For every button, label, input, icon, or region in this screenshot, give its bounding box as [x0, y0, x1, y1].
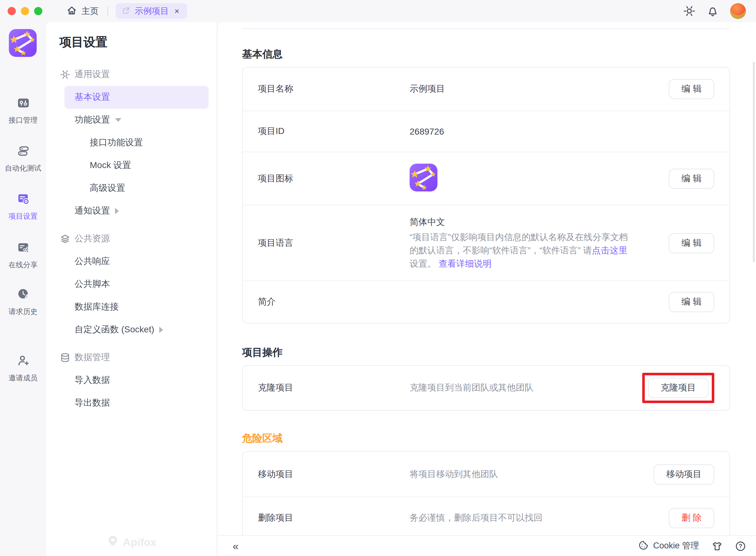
menu-item-feature-settings[interactable]: 功能设置 [46, 109, 217, 131]
home-icon [66, 5, 77, 18]
rail-item-automated-testing[interactable]: 自动化测试 [0, 144, 46, 173]
menu-item-shared-scripts[interactable]: 公共脚本 [46, 273, 217, 296]
delete-project-label: 删除项目 [258, 512, 409, 524]
tab-sample-project[interactable]: 示例项目 × [116, 3, 187, 19]
notifications-bell-icon[interactable] [707, 5, 719, 17]
tab-close-icon[interactable]: × [173, 6, 180, 16]
menu-item-database-connections[interactable]: 数据库连接 [46, 296, 217, 318]
home-nav[interactable]: 主页 [66, 5, 99, 18]
rail-label: 请求历史 [8, 307, 38, 317]
project-language-desc-line1: “项目语言”仅影响项目内信息的默认名称及在线分享文档 [409, 231, 628, 244]
edit-project-icon-button[interactable]: 编 辑 [669, 168, 714, 188]
automated-testing-icon [16, 144, 30, 161]
chevron-down-icon [115, 118, 121, 122]
project-language-value-block: 简体中文 “项目语言”仅影响项目内信息的默认名称及在线分享文档 的默认语言，不影… [409, 215, 628, 270]
menu-section-data-management: 数据管理 [46, 346, 217, 369]
row-project-id: 项目ID 2689726 [243, 111, 729, 152]
rail-label: 邀请成员 [8, 373, 38, 383]
project-name-value: 示例项目 [409, 83, 445, 95]
edit-project-language-button[interactable]: 编 辑 [669, 233, 714, 253]
row-project-language: 项目语言 简体中文 “项目语言”仅影响项目内信息的默认名称及在线分享文档 的默认… [243, 205, 729, 281]
clone-project-label: 克隆项目 [258, 382, 409, 394]
apifox-watermark-text: Apifox [123, 536, 157, 549]
project-id-label: 项目ID [258, 126, 409, 137]
row-project-intro: 简介 编 辑 [243, 281, 729, 323]
vertical-scrollbar[interactable] [753, 62, 755, 262]
collapse-sidebar-icon[interactable]: « [233, 541, 239, 551]
project-language-label: 项目语言 [258, 237, 409, 249]
settings-scroll-area: 基本信息 项目名称 示例项目 编 辑 项目ID 2689726 项目图标 编 辑 [218, 22, 756, 535]
cookie-manager[interactable]: Cookie 管理 [638, 540, 699, 552]
basic-info-card: 项目名称 示例项目 编 辑 项目ID 2689726 项目图标 编 辑 项目语言 [242, 67, 730, 323]
database-icon [60, 353, 70, 363]
section-heading-basic-info: 基本信息 [242, 48, 730, 61]
project-tab-icon [122, 5, 130, 17]
help-icon[interactable]: ? [735, 541, 746, 551]
project-name-label: 项目名称 [258, 83, 409, 95]
apifox-app-logo[interactable] [9, 29, 37, 59]
project-intro-label: 简介 [258, 296, 409, 308]
titlebar: 主页 示例项目 × [0, 0, 756, 22]
settings-sidebar: 项目设置 通用设置 基本设置 功能设置 接口功能设置 [46, 22, 218, 556]
online-sharing-icon [16, 241, 30, 257]
rail-item-online-sharing[interactable]: 在线分享 [0, 241, 46, 270]
menu-section-shared-resources: 公共资源 [46, 228, 217, 250]
edit-project-intro-button[interactable]: 编 辑 [669, 292, 714, 312]
settings-sidebar-title: 项目设置 [59, 34, 217, 50]
main-content: 基本信息 项目名称 示例项目 编 辑 项目ID 2689726 项目图标 编 辑 [218, 22, 756, 556]
rail-label: 接口管理 [8, 116, 38, 125]
layers-icon [60, 234, 70, 244]
invite-members-icon [16, 354, 30, 370]
clone-project-desc: 克隆项目到当前团队或其他团队 [409, 382, 533, 394]
project-settings-icon [16, 192, 30, 209]
menu-item-mock-settings[interactable]: Mock 设置 [46, 154, 217, 177]
clone-project-button[interactable]: 克隆项目 [648, 378, 709, 398]
apifox-watermark-logo-icon [106, 534, 119, 550]
menu-item-shared-responses[interactable]: 公共响应 [46, 250, 217, 273]
minimize-window-button[interactable] [21, 7, 29, 15]
row-clone-project: 克隆项目 克隆项目到当前团队或其他团队 克隆项目 [243, 366, 729, 410]
menu-item-advanced-settings[interactable]: 高级设置 [46, 177, 217, 200]
request-history-icon [16, 287, 30, 304]
view-details-link[interactable]: 查看详细说明 [439, 258, 492, 269]
statusbar: « Cookie 管理 [218, 535, 756, 556]
project-language-desc-line3: 设置。 查看详细说明 [409, 257, 628, 270]
cookie-icon [638, 540, 649, 552]
user-avatar[interactable] [730, 3, 746, 19]
settings-gear-icon[interactable] [683, 5, 695, 17]
rail-item-project-settings[interactable]: 项目设置 [0, 192, 46, 221]
menu-item-api-feature-settings[interactable]: 接口功能设置 [46, 131, 217, 154]
menu-item-custom-functions[interactable]: 自定义函数 (Socket) [46, 318, 217, 341]
section-heading-danger-zone: 危险区域 [242, 432, 730, 445]
move-project-label: 移动项目 [258, 468, 409, 480]
api-management-icon [16, 96, 30, 112]
menu-section-general-settings: 通用设置 [46, 63, 217, 86]
project-icon-label: 项目图标 [258, 173, 409, 184]
titlebar-divider [107, 6, 108, 16]
menu-item-import-data[interactable]: 导入数据 [46, 369, 217, 392]
cookie-manager-label: Cookie 管理 [653, 540, 699, 552]
project-operations-card: 克隆项目 克隆项目到当前团队或其他团队 克隆项目 [242, 365, 730, 411]
delete-project-button[interactable]: 删 除 [669, 508, 714, 528]
menu-item-export-data[interactable]: 导出数据 [46, 392, 217, 414]
close-window-button[interactable] [8, 7, 16, 15]
move-project-button[interactable]: 移动项目 [654, 464, 714, 484]
menu-item-basic-settings[interactable]: 基本设置 [64, 86, 208, 109]
row-project-icon: 项目图标 编 辑 [243, 152, 729, 205]
move-project-desc: 将项目移动到其他团队 [409, 468, 498, 480]
rail-item-request-history[interactable]: 请求历史 [0, 287, 46, 317]
tshirt-theme-icon[interactable] [712, 541, 723, 551]
rail-item-api-management[interactable]: 接口管理 [0, 96, 46, 125]
project-language-value: 简体中文 [409, 215, 628, 229]
project-icon-image [409, 163, 437, 194]
apifox-watermark: Apifox [106, 534, 157, 550]
zoom-window-button[interactable] [34, 7, 42, 15]
row-delete-project: 删除项目 务必谨慎，删除后项目不可以找回 删 除 [243, 497, 729, 535]
svg-text:?: ? [738, 543, 742, 549]
rail-item-invite-members[interactable]: 邀请成员 [0, 354, 46, 383]
click-here-link[interactable]: 点击这里 [592, 245, 627, 255]
section-heading-project-operations: 项目操作 [242, 346, 730, 359]
chevron-right-icon [115, 208, 119, 214]
edit-project-name-button[interactable]: 编 辑 [669, 79, 714, 99]
menu-item-notification-settings[interactable]: 通知设置 [46, 200, 217, 222]
